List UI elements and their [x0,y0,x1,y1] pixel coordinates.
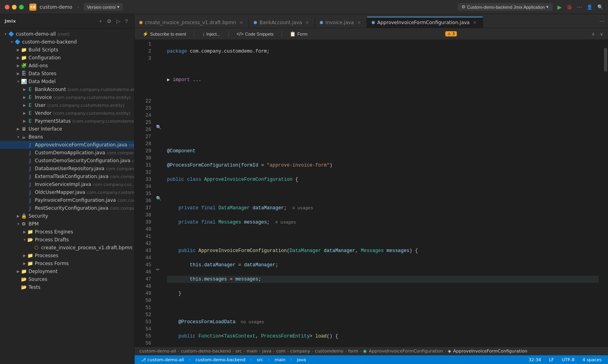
gutter-icon-30[interactable]: 🔍 [156,196,162,201]
search-button[interactable]: 🔍 [597,4,603,10]
code-snippets-button[interactable]: </> Code Snippets [234,30,277,38]
sidebar-item-configuration[interactable]: ▶ 📁 Configuration [0,54,134,62]
close-button[interactable] [5,5,10,9]
tab-close-button[interactable]: × [304,20,310,25]
tab-approve-invoice[interactable]: ApproveInvoiceFormConfiguration.java × [367,17,483,28]
item-label: Configuration [28,55,61,61]
breadcrumb-custom-demo-backend[interactable]: custom-demo-backend [181,349,231,354]
gutter-icon-40[interactable]: ✏ [156,267,160,272]
debug-button[interactable]: 🐞 [566,4,572,10]
item-label: Process Forms [35,261,69,266]
sidebar-item-security[interactable]: ▶ 🔒 Security [0,212,134,220]
breadcrumb-method-name[interactable]: ◈ ApproveInvoiceFormConfiguration [448,349,527,354]
breadcrumb-class-name[interactable]: ◉ ApproveInvoiceFormConfiguration [363,349,443,354]
sidebar-item-create-invoice-process[interactable]: ▶ ⬡ create_invoice_process_v1.draft.bpmn [0,244,134,252]
gutter-icon-25[interactable]: 🔍 [156,125,162,130]
sidebar-item-sources[interactable]: ▶ 📂 Sources [0,275,134,283]
breadcrumb-customdemo[interactable]: customdemo [315,349,344,354]
sidebar-item-custom-demo-backend[interactable]: ▾ 🔷 custom-demo-backend [0,38,134,46]
tab-close-button[interactable]: × [356,20,362,25]
sidebar-item-invoice[interactable]: ▶ E Invoice (com.company.customdemo.enti… [0,93,134,101]
tab-close-button[interactable]: × [472,20,477,25]
sidebar-item-beans[interactable]: ▾ ☕ Beans [0,133,134,141]
editor-scrollbar[interactable] [603,40,608,347]
tabs-more-button[interactable]: ⋯ [596,18,608,24]
status-module[interactable]: custom-demo-backend [194,357,247,362]
form-button[interactable]: 📋 Form [287,30,311,38]
code-content[interactable]: package com.company.customdemo.form; ▶ i… [162,40,603,347]
status-line-col[interactable]: 32:34 [527,357,543,362]
sidebar-item-data-stores[interactable]: ▶ 🗄 Data Stores [0,70,134,78]
maximize-button[interactable] [19,5,24,9]
add-button[interactable]: + [97,17,104,25]
minimize-button[interactable] [12,5,17,9]
item-label: CustomDemoSecurityConfiguration.java [35,158,130,163]
sidebar-item-build-scripts[interactable]: ▶ 📁 Build Scripts [0,46,134,54]
sidebar-item-bpm[interactable]: ▾ ⚙ BPM [0,220,134,228]
profile-button[interactable]: 👤 [587,4,593,10]
status-main[interactable]: main [273,357,287,362]
java-tab-dot [372,21,375,24]
expand-button[interactable]: ∨ [600,31,603,37]
sidebar-item-approve-invoice-form[interactable]: ▶ J ApproveInvoiceFormConfiguration.java… [0,141,134,149]
sidebar-item-process-forms[interactable]: ▶ 📁 Process Forms [0,260,134,267]
scrollbar-thumb[interactable] [604,48,607,72]
sidebar-item-processes[interactable]: ▶ 📁 Processes [0,252,134,260]
run-config-button[interactable]: ▷ [115,17,122,25]
sidebar-item-user[interactable]: ▶ E User (com.company.customdemo.entity) [0,101,134,109]
breadcrumb-form[interactable]: form [348,349,359,354]
sidebar-item-pay-invoice-form[interactable]: ▶ J PayInvoiceFormConfiguration.java com… [0,196,134,204]
more-button[interactable]: ⋯ [577,4,582,10]
ui-icon: 🖥 [21,126,27,132]
sidebar-item-old-user-mapper[interactable]: ▶ J OldcUserMapper.java com.company.cust… [0,188,134,196]
sidebar-item-invoice-service-impl[interactable]: ▶ J InvoiceServiceImpl.java com.company.… [0,180,134,188]
breadcrumb-company[interactable]: company [290,349,310,354]
sidebar-item-process-engines[interactable]: ▶ 📁 Process Engines [0,228,134,236]
warning-badge[interactable]: ⚠ 3 [445,31,457,36]
item-sublabel: com.company.cus... [106,166,134,171]
sidebar-item-database-user-repo[interactable]: ▶ J DatabaseUserRepository.java com.comp… [0,165,134,173]
sidebar-item-bank-account[interactable]: ▶ E BankAccount (com.company.customdemo.… [0,85,134,93]
sidebar-item-tests[interactable]: ▶ 📂 Tests [0,283,134,291]
breadcrumb-com[interactable]: com [276,349,286,354]
collapse-button[interactable]: ∧ [591,31,595,37]
breadcrumb-java[interactable]: java [262,349,272,354]
sidebar-item-custom-demo-all[interactable]: ▾ 🔷 custom-demo-all (root) [0,30,134,38]
tab-invoice[interactable]: Invoice.java × [315,17,367,28]
sidebar-item-add-ons[interactable]: ▶ 🧩 Add-ons [0,62,134,70]
breadcrumb-main[interactable]: main [247,349,257,354]
status-java[interactable]: java [295,357,308,362]
version-control-button[interactable]: Version control ▾ [84,3,123,11]
sidebar-item-rest-security-config[interactable]: ▶ J RestSecurityConfiguration.java com.c… [0,204,134,212]
tab-create-invoice[interactable]: create_invoice_process_v1.draft.bpmn × [135,17,249,28]
status-src[interactable]: src [255,357,265,362]
sidebar-item-data-model[interactable]: ▾ 📊 Data Model [0,78,134,85]
tab-close-button[interactable]: × [238,20,244,25]
subscribe-to-event-button[interactable]: ⚡ Subscribe to event [139,30,189,38]
run-button[interactable]: ▶ [557,4,562,10]
sidebar-item-payment-status[interactable]: ▶ E PaymentStatus (com.company.customdem… [0,117,134,125]
tab-bank-account[interactable]: BankAccount.java × [249,17,315,28]
inject-button[interactable]: ↓ Inject... [199,30,223,38]
sidebar-item-vendor[interactable]: ▶ E Vendor (com.company.customdemo.entit… [0,109,134,117]
help-button[interactable]: ? [124,17,129,25]
settings-button[interactable]: ⚙ [105,17,113,25]
status-branch[interactable]: ⎇ custom-demo-all [139,357,186,362]
breadcrumb-src[interactable]: src [236,349,242,354]
status-encoding[interactable]: LF [547,357,555,362]
toolbar-sep-3 [281,31,282,37]
app-name[interactable]: custom-demo [40,4,72,10]
code-line-33: } [167,290,598,297]
sidebar-tree[interactable]: ▾ 🔷 custom-demo-all (root) ▾ 🔷 custom-de… [0,28,134,364]
sidebar-item-custom-demo-security[interactable]: ▶ J CustomDemoSecurityConfiguration.java… [0,157,134,165]
sidebar-item-user-interface[interactable]: ▶ 🖥 User Interface [0,125,134,133]
sidebar-item-deployment[interactable]: ▶ 📁 Deployment [0,267,134,275]
sidebar-item-process-drafts[interactable]: ▾ 📂 Process Drafts [0,236,134,244]
breadcrumb-custom-demo-all[interactable]: custom-demo-all [139,349,176,354]
sidebar-item-external-task-config[interactable]: ▶ J ExternalTaskConfiguration.java com.c… [0,173,134,180]
status-charset[interactable]: UTF-8 [560,357,576,362]
sidebar-item-custom-demo-app[interactable]: ▶ J CustomDemoApplication.java com.compa… [0,149,134,157]
jmix-app-button[interactable]: ⚙ Custom-demo-backend Jmix Application ▾ [458,3,553,11]
code-line-27: private final DataManager dataManager; 4… [167,205,598,212]
status-indent[interactable]: 4 spaces [581,357,604,362]
